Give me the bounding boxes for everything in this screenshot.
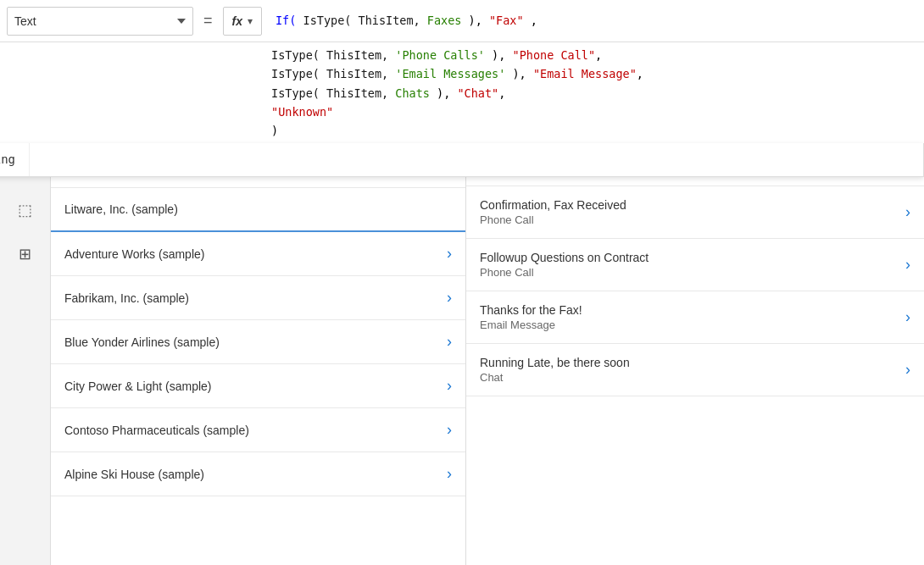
detail-item[interactable]: Running Late, be there soon Chat ›: [466, 344, 924, 396]
detail-panel: Fax › Confirmation, Fax Received Phone C…: [466, 144, 924, 565]
list-item[interactable]: Adventure Works (sample) ›: [51, 232, 465, 276]
list-item-label: City Power & Light (sample): [64, 379, 212, 393]
detail-item-subtitle: Email Message: [480, 319, 582, 331]
list-item[interactable]: Blue Yonder Airlines (sample) ›: [51, 320, 465, 364]
list-item-label: Fabrikam, Inc. (sample): [64, 291, 189, 305]
remove-formatting-button[interactable]: Remove formatting: [0, 143, 30, 176]
list-item-label: Adventure Works (sample): [64, 247, 204, 261]
detail-item-title: Thanks for the Fax!: [480, 303, 582, 317]
fx-icon: fx: [232, 14, 242, 28]
list-item[interactable]: City Power & Light (sample) ›: [51, 364, 465, 408]
detail-item-title: Followup Questions on Contract: [480, 251, 648, 264]
list-item[interactable]: Contoso Pharmaceuticals (sample) ›: [51, 408, 465, 452]
main-content: ☰ ⬚ ⊞ Fourth Coffee (sample) Litware, In…: [0, 144, 924, 565]
code-line-5: "Unknown": [271, 102, 910, 121]
left-sidebar: ☰ ⬚ ⊞: [0, 144, 51, 565]
equals-sign: =: [200, 12, 216, 30]
code-line-2: IsType( ThisItem, 'Phone Calls' ), "Phon…: [271, 46, 910, 64]
dropdown-chevron-icon: [177, 19, 186, 24]
detail-chevron-icon: ›: [905, 308, 910, 326]
format-dropdown-menu: Format text Remove formatting: [0, 143, 924, 177]
code-line-3: IsType( ThisItem, 'Email Messages' ), "E…: [271, 64, 910, 83]
list-item[interactable]: Fabrikam, Inc. (sample) ›: [51, 276, 465, 320]
detail-item-title: Confirmation, Fax Received: [480, 198, 626, 212]
code-line-6: ): [271, 121, 910, 140]
list-chevron-icon: ›: [447, 289, 452, 307]
list-item[interactable]: Alpine Ski House (sample) ›: [51, 452, 465, 496]
list-item-label: Blue Yonder Airlines (sample): [64, 335, 220, 349]
list-panel: Fourth Coffee (sample) Litware, Inc. (sa…: [51, 144, 466, 565]
list-chevron-icon: ›: [447, 421, 452, 439]
remove-formatting-label: Remove formatting: [0, 150, 15, 169]
detail-item-subtitle: Chat: [480, 371, 630, 384]
detail-item[interactable]: Followup Questions on Contract Phone Cal…: [466, 239, 924, 291]
sidebar-icon-layers[interactable]: ⬚: [10, 195, 41, 225]
detail-item[interactable]: Confirmation, Fax Received Phone Call ›: [466, 186, 924, 239]
list-item[interactable]: Litware, Inc. (sample): [51, 188, 465, 232]
detail-item-title: Running Late, be there soon: [480, 356, 630, 369]
detail-chevron-icon: ›: [905, 361, 910, 379]
detail-item-subtitle: Phone Call: [480, 213, 626, 226]
layers-icon: ⬚: [18, 201, 32, 219]
list-chevron-icon: ›: [447, 465, 452, 483]
detail-item-subtitle: Phone Call: [480, 266, 648, 279]
fx-chevron: ▾: [248, 15, 253, 27]
list-item-label: Litware, Inc. (sample): [64, 202, 178, 216]
list-chevron-icon: ›: [447, 245, 452, 263]
code-line-4: IsType( ThisItem, Chats ), "Chat",: [271, 84, 910, 102]
detail-chevron-icon: ›: [905, 256, 910, 274]
list-item-label: Alpine Ski House (sample): [64, 468, 204, 481]
list-chevron-icon: ›: [447, 377, 452, 395]
list-item-label: Contoso Pharmaceuticals (sample): [64, 424, 249, 437]
list-chevron-icon: ›: [447, 333, 452, 351]
fx-button[interactable]: fx ▾: [223, 7, 262, 36]
detail-item[interactable]: Thanks for the Fax! Email Message ›: [466, 291, 924, 344]
top-bar: Text = fx ▾ If( IsType( ThisItem, Faxes …: [0, 0, 924, 42]
field-type-dropdown[interactable]: Text: [7, 7, 193, 36]
grid-icon: ⊞: [19, 245, 31, 263]
field-type-label: Text: [14, 14, 36, 28]
sidebar-icon-grid[interactable]: ⊞: [10, 239, 41, 269]
detail-chevron-icon: ›: [905, 203, 910, 221]
